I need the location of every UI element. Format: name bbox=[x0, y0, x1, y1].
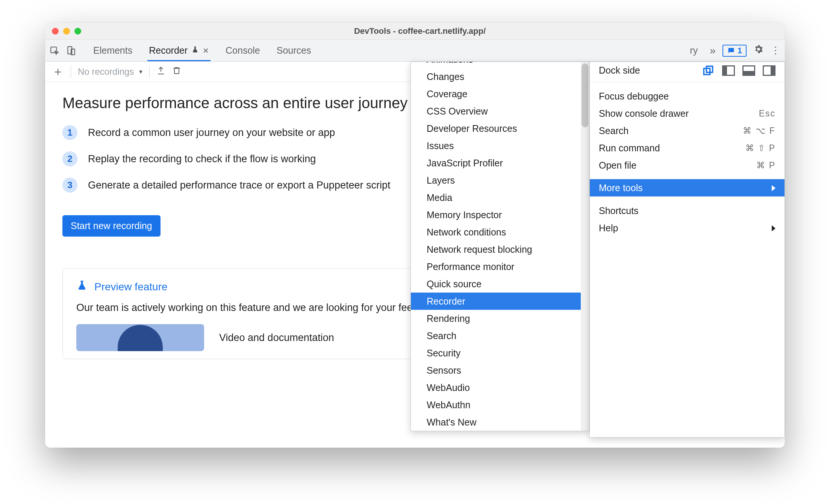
more-tools-item[interactable]: Coverage bbox=[411, 85, 589, 103]
more-tools-item[interactable]: Layers bbox=[411, 172, 589, 189]
tab-label: Sources bbox=[277, 45, 311, 56]
main-menu-kebab-icon[interactable]: ⋮ bbox=[771, 45, 780, 56]
menu-item-label: Quick source bbox=[427, 279, 482, 290]
more-tools-item[interactable]: Performance monitor bbox=[411, 258, 589, 275]
menu-item-label: More tools bbox=[599, 183, 643, 193]
menu-item[interactable]: Shortcuts bbox=[590, 202, 785, 219]
menu-item-more-tools[interactable]: More tools bbox=[590, 179, 785, 196]
messages-badge[interactable]: 1 bbox=[722, 45, 747, 57]
more-tools-item[interactable]: Developer Resources bbox=[411, 120, 589, 137]
menu-item-label: Changes bbox=[427, 71, 464, 82]
menu-item-label: Coverage bbox=[427, 89, 467, 100]
more-tools-item[interactable]: Recorder bbox=[411, 293, 589, 310]
menu-item-label: Layers bbox=[427, 175, 455, 186]
menu-item[interactable]: Run command⌘ ⇧ P bbox=[590, 139, 785, 157]
svg-rect-0 bbox=[51, 47, 56, 53]
menu-shortcut: Esc bbox=[759, 109, 775, 119]
menu-item-label: Help bbox=[599, 223, 618, 234]
more-tools-item[interactable]: Animations bbox=[411, 62, 589, 68]
scrollbar[interactable] bbox=[581, 62, 589, 431]
devtools-main-menu: Dock side Focus debuggeeShow console dra… bbox=[589, 62, 785, 438]
menu-item-label: What's New bbox=[427, 417, 477, 428]
more-tools-item[interactable]: Memory Inspector bbox=[411, 206, 589, 223]
export-icon[interactable] bbox=[156, 66, 165, 77]
menu-item-label: JavaScript Profiler bbox=[427, 158, 503, 169]
menu-item-label: CSS Overview bbox=[427, 106, 488, 117]
inspect-element-icon[interactable] bbox=[50, 46, 59, 56]
tab-recorder[interactable]: Recorder ✕ bbox=[141, 40, 217, 61]
more-tools-item[interactable]: CSS Overview bbox=[411, 103, 589, 120]
window-title: DevTools - coffee-cart.netlify.app/ bbox=[55, 26, 785, 36]
submenu-arrow-icon bbox=[772, 223, 775, 234]
tab-label: Recorder bbox=[149, 45, 188, 56]
menu-item[interactable]: Search⌘ ⌥ F bbox=[590, 122, 785, 139]
menu-item-label: WebAuthn bbox=[427, 400, 470, 410]
tab-console[interactable]: Console bbox=[217, 40, 268, 61]
more-tools-item[interactable]: Sensors bbox=[411, 362, 589, 379]
new-recording-icon[interactable]: ＋ bbox=[52, 63, 64, 80]
chevron-down-icon: ▾ bbox=[139, 68, 142, 76]
more-tools-item[interactable]: WebAudio bbox=[411, 379, 589, 396]
more-tools-item[interactable]: Network conditions bbox=[411, 223, 589, 241]
more-tools-item[interactable]: Network request blocking bbox=[411, 241, 589, 258]
more-tools-submenu: AnimationsChangesCoverageCSS OverviewDev… bbox=[410, 62, 589, 431]
dock-right-icon[interactable] bbox=[763, 65, 775, 76]
more-tools-item[interactable]: Security bbox=[411, 344, 589, 362]
more-tools-item[interactable]: JavaScript Profiler bbox=[411, 154, 589, 172]
messages-count: 1 bbox=[738, 46, 742, 56]
devtools-window: DevTools - coffee-cart.netlify.app/ Elem… bbox=[45, 23, 785, 448]
menu-item-label: Show console drawer bbox=[599, 108, 689, 119]
devtools-tabstrip: Elements Recorder ✕ Console Sources ry »… bbox=[45, 40, 785, 62]
scrollbar-thumb[interactable] bbox=[582, 63, 588, 127]
menu-item-label: Memory Inspector bbox=[427, 210, 502, 220]
recordings-dropdown[interactable]: No recordings ▾ bbox=[78, 66, 142, 77]
start-recording-button[interactable]: Start new recording bbox=[62, 215, 161, 237]
menu-item-label: Media bbox=[427, 192, 452, 203]
preview-video-thumbnail[interactable] bbox=[76, 324, 204, 351]
device-toolbar-icon[interactable] bbox=[66, 46, 76, 56]
dropdown-label: No recordings bbox=[78, 66, 134, 77]
menu-item[interactable]: Focus debuggee bbox=[590, 88, 785, 105]
svg-rect-3 bbox=[174, 68, 179, 74]
step-text: Generate a detailed performance trace or… bbox=[88, 180, 390, 191]
more-tools-item[interactable]: Quick source bbox=[411, 275, 589, 293]
menu-item-label: Run command bbox=[599, 143, 660, 154]
more-tools-item[interactable]: WebAuthn bbox=[411, 396, 589, 413]
menu-section: Focus debuggeeShow console drawerEscSear… bbox=[590, 82, 785, 179]
dock-undock-icon[interactable] bbox=[702, 65, 715, 76]
menu-item-label: Search bbox=[427, 330, 456, 341]
tab-label: Console bbox=[226, 45, 260, 56]
dock-left-icon[interactable] bbox=[722, 65, 735, 76]
more-tools-item[interactable]: Search bbox=[411, 327, 589, 344]
step-text: Record a common user journey on your web… bbox=[88, 127, 335, 139]
preview-heading: Preview feature bbox=[94, 281, 168, 293]
menu-item-label: Network conditions bbox=[427, 227, 506, 238]
delete-icon[interactable] bbox=[172, 66, 181, 77]
hidden-tab-hint[interactable]: ry bbox=[690, 45, 698, 56]
menu-item[interactable]: Open file⌘ P bbox=[590, 157, 785, 174]
more-tools-item[interactable]: Media bbox=[411, 189, 589, 206]
step-text: Replay the recording to check if the flo… bbox=[88, 153, 316, 165]
panel-tabs: Elements Recorder ✕ Console Sources bbox=[85, 40, 320, 61]
step-number: 2 bbox=[62, 151, 77, 166]
menu-item-label: Focus debuggee bbox=[599, 91, 669, 102]
tab-elements[interactable]: Elements bbox=[85, 40, 141, 61]
more-tools-item[interactable]: What's New bbox=[411, 413, 589, 431]
dock-bottom-icon[interactable] bbox=[742, 65, 755, 76]
more-tools-item[interactable]: Rendering bbox=[411, 310, 589, 327]
menu-item-label: WebAudio bbox=[427, 382, 470, 393]
menu-section: ShortcutsHelp bbox=[590, 197, 785, 242]
menu-item[interactable]: Show console drawerEsc bbox=[590, 105, 785, 122]
menu-item-label: Search bbox=[599, 125, 629, 136]
close-tab-icon[interactable]: ✕ bbox=[203, 46, 209, 55]
tab-sources[interactable]: Sources bbox=[268, 40, 320, 61]
divider bbox=[71, 65, 71, 78]
menu-item-label: Performance monitor bbox=[427, 261, 514, 272]
more-tabs-icon[interactable]: » bbox=[710, 45, 716, 57]
settings-gear-icon[interactable] bbox=[753, 44, 764, 57]
menu-item[interactable]: Help bbox=[590, 219, 785, 237]
menu-item-label: Security bbox=[427, 348, 460, 359]
beaker-icon bbox=[191, 46, 199, 55]
more-tools-item[interactable]: Issues bbox=[411, 137, 589, 154]
more-tools-item[interactable]: Changes bbox=[411, 68, 589, 85]
